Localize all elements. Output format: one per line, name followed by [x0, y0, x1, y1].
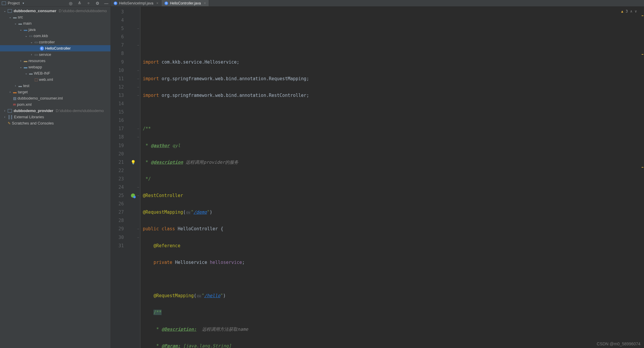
code-line[interactable]: import org.springframework.web.bind.anno… — [143, 75, 644, 83]
code-line[interactable]: * @description 远程调用provider的服务 — [143, 158, 644, 166]
scratch-icon: ✎ — [8, 121, 11, 125]
tree-item[interactable]: ▬ src — [0, 14, 110, 20]
target-folder-icon: ▬ — [13, 90, 17, 94]
expand-icon[interactable] — [30, 53, 33, 56]
project-view-selector[interactable]: Project ▾ — [2, 1, 24, 5]
fold-column[interactable]: –––––––––––– — [136, 7, 140, 348]
expand-icon[interactable] — [24, 34, 28, 37]
module-icon — [8, 109, 12, 113]
tree-label: java — [29, 27, 36, 32]
tree-item[interactable]: ⬚ web.xml — [0, 76, 110, 83]
tree-item[interactable]: ▬ java — [0, 26, 110, 33]
warning-count: 3 — [626, 7, 628, 15]
code-line[interactable] — [143, 275, 644, 283]
intention-bulb-icon[interactable]: 💡 — [131, 158, 136, 166]
expand-icon[interactable] — [14, 22, 17, 25]
expand-icon[interactable] — [8, 15, 12, 19]
folder-icon: ▬ — [18, 21, 22, 26]
expand-icon[interactable] — [24, 72, 28, 75]
code-line[interactable]: public class HelloController { — [143, 225, 644, 233]
prev-highlight-icon[interactable]: ∧ — [630, 7, 632, 15]
tab-label: HelloServiceImpl.java — [119, 1, 153, 5]
folder-icon: ▬ — [13, 15, 17, 19]
code-line[interactable]: * @Param: [java.lang.String] — [143, 342, 644, 348]
line-number-gutter[interactable]: 3456789101112131415161718192021222324252… — [111, 7, 130, 348]
tree-item[interactable]: ▬ WEB-INF — [0, 70, 110, 76]
tree-label: dubbodemo_provider — [14, 108, 53, 113]
warning-icon: ▲ — [621, 7, 623, 15]
close-icon[interactable]: × — [156, 1, 158, 5]
tree-item[interactable]: ▭ controller — [0, 39, 110, 45]
tree-item[interactable]: C HelloController — [0, 45, 110, 51]
tree-label: webapp — [29, 65, 42, 69]
inspection-widget[interactable]: ▲ 3 ∧ ∨ — [621, 7, 637, 15]
tree-item[interactable]: ✎ Scratches and Consoles — [0, 120, 110, 126]
iml-file-icon: ▤ — [13, 96, 16, 100]
collapse-all-icon[interactable]: ÷ — [86, 1, 91, 6]
expand-icon[interactable] — [8, 90, 12, 94]
maven-icon: m — [13, 102, 16, 107]
expand-icon[interactable] — [3, 115, 7, 119]
project-label: Project — [8, 1, 20, 5]
tree-label: main — [23, 21, 31, 26]
code-line[interactable]: * @Description: 远程调用方法获取name — [143, 325, 644, 333]
tree-item[interactable]: ▭ com.kkb — [0, 33, 110, 39]
tree-item[interactable]: ▬ main — [0, 20, 110, 26]
tree-item[interactable]: ▤ dubbodemo_consumer.iml — [0, 95, 110, 101]
editor-tab[interactable]: CHelloServiceImpl.java× — [111, 0, 162, 6]
tree-item[interactable]: ▬ target — [0, 89, 110, 95]
code-line[interactable]: @RequestMapping(©∨"/demo") — [143, 208, 644, 216]
tree-item[interactable]: ▬ test — [0, 83, 110, 89]
project-tree[interactable]: dubbodemo_consumerD:\dubbo-demo\dubbodem… — [0, 7, 110, 126]
close-icon[interactable]: × — [204, 1, 206, 5]
code-editor[interactable]: ▲ 3 ∧ ∨ import com.kkb.service.Helloserv… — [140, 7, 644, 348]
project-tool-window: Project ▾ ◎ ≛ ÷ ⚙ — dubbodemo_consumerD:… — [0, 0, 111, 348]
tree-item[interactable]: dubbodemo_providerD:\dubbo-demo\dubbodem… — [0, 108, 110, 114]
expand-icon[interactable] — [3, 9, 7, 12]
gear-icon[interactable]: ⚙ — [95, 1, 100, 6]
code-line[interactable]: /** — [143, 125, 644, 133]
expand-all-icon[interactable]: ≛ — [77, 1, 82, 6]
expand-icon[interactable] — [14, 84, 17, 87]
tree-item[interactable]: ▬ webapp — [0, 64, 110, 70]
tree-item[interactable]: dubbodemo_consumerD:\dubbo-demo\dubbodem… — [0, 8, 110, 14]
code-line[interactable] — [143, 108, 644, 116]
tree-item[interactable]: ▬ resources — [0, 58, 110, 64]
folder-icon: ▬ — [18, 84, 22, 88]
expand-icon[interactable] — [19, 59, 23, 62]
code-line[interactable]: private Helloservice helloservice; — [143, 258, 644, 267]
editor-area: CHelloServiceImpl.java×CHelloController.… — [111, 0, 644, 348]
code-line[interactable]: @RestController — [143, 191, 644, 200]
tree-item[interactable]: ▭ service — [0, 51, 110, 58]
code-line[interactable]: import com.kkb.service.Helloservice; — [143, 58, 644, 66]
tree-label: WEB-INF — [34, 71, 50, 75]
editor-tab[interactable]: CHelloController.java× — [162, 0, 209, 6]
tree-label: com.kkb — [34, 34, 48, 38]
code-line[interactable]: @RequestMapping(©∨"/hello") — [143, 292, 644, 300]
expand-icon[interactable] — [30, 40, 33, 44]
hide-icon[interactable]: — — [104, 1, 109, 6]
expand-icon[interactable] — [3, 109, 7, 112]
libraries-icon: ║║ — [8, 115, 13, 119]
package-icon: ▭ — [34, 53, 38, 57]
code-line[interactable]: * @author qyl — [143, 141, 644, 150]
spring-icon[interactable] — [131, 193, 135, 198]
error-stripe[interactable] — [640, 7, 644, 348]
code-line[interactable]: */ — [143, 175, 644, 183]
code-line[interactable]: import org.springframework.web.bind.anno… — [143, 91, 644, 100]
ide-root: Project ▾ ◎ ≛ ÷ ⚙ — dubbodemo_consumerD:… — [0, 0, 644, 348]
code-line[interactable]: @Reference — [143, 242, 644, 250]
watermark: CSDN @m0_58996074 — [597, 341, 640, 346]
xml-file-icon: ⬚ — [34, 78, 38, 82]
code-line[interactable]: /** — [143, 308, 644, 316]
locate-icon[interactable]: ◎ — [68, 1, 73, 6]
next-highlight-icon[interactable]: ∨ — [635, 7, 637, 15]
expand-icon[interactable] — [19, 65, 23, 69]
tab-label: HelloController.java — [170, 1, 201, 5]
tree-item[interactable]: ║║ External Libraries — [0, 114, 110, 120]
resources-icon: ▬ — [24, 59, 27, 63]
tree-label: controller — [39, 40, 55, 44]
project-icon — [2, 1, 6, 5]
tree-item[interactable]: m pom.xml — [0, 101, 110, 108]
expand-icon[interactable] — [19, 28, 23, 31]
